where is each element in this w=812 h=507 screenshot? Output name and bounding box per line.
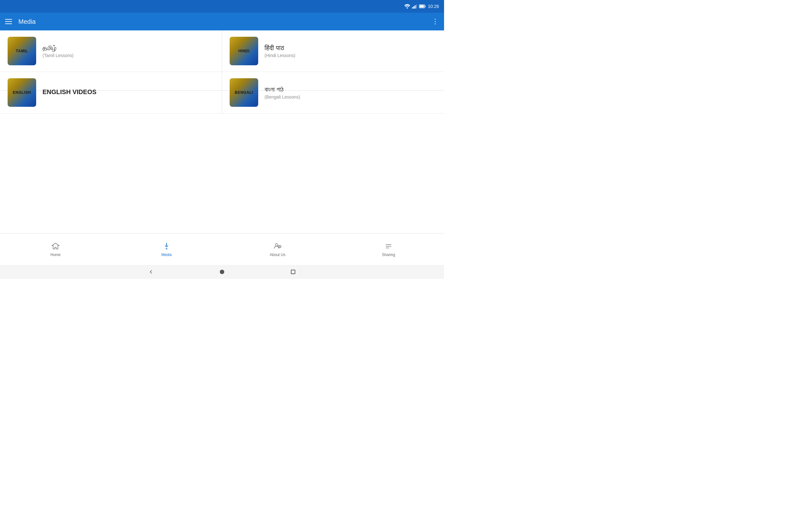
hindi-title: हिंदी पाठ	[264, 44, 295, 52]
tamil-subtitle: (Tamil Lessons)	[43, 53, 73, 58]
media-grid: TAMIL தமிழ் (Tamil Lessons) HINDI हिंदी …	[0, 31, 444, 91]
bottom-navigation: Home Media About	[0, 233, 444, 265]
svg-rect-1	[412, 7, 413, 9]
app-bar: Media ⋮	[0, 13, 444, 31]
status-icons: 10:26	[404, 4, 439, 9]
bengali-title: বাংলা পাঠ	[264, 86, 300, 93]
app-title: Media	[18, 18, 36, 25]
home-icon	[51, 242, 60, 250]
bengali-subtitle: (Bengali Lessons)	[264, 95, 300, 100]
svg-rect-6	[425, 6, 425, 7]
bengali-thumbnail: BENGALI	[230, 78, 258, 107]
hindi-thumbnail: HINDI	[230, 37, 258, 65]
tamil-title: தமிழ்	[43, 44, 73, 52]
bengali-text: বাংলা পাঠ (Bengali Lessons)	[264, 86, 300, 100]
hamburger-menu[interactable]	[5, 19, 12, 24]
english-text: ENGLISH VIDEOS	[43, 89, 96, 97]
svg-rect-7	[419, 5, 424, 8]
tamil-thumbnail: TAMIL	[8, 37, 36, 65]
home-nav-label: Home	[50, 252, 61, 257]
signal-icon	[412, 4, 417, 9]
svg-rect-2	[413, 6, 414, 9]
wifi-icon	[404, 4, 410, 9]
battery-icon	[419, 4, 426, 8]
about-us-icon	[273, 242, 282, 250]
tamil-text: தமிழ் (Tamil Lessons)	[43, 44, 73, 58]
svg-point-11	[275, 243, 278, 246]
clock: 10:26	[428, 4, 439, 9]
hindi-text: हिंदी पाठ (Hindi Lessons)	[264, 44, 295, 58]
back-button[interactable]	[147, 268, 155, 276]
nav-item-about-us[interactable]: About Us	[222, 239, 333, 260]
english-thumbnail: ENGLISH	[8, 78, 36, 107]
home-button[interactable]	[218, 268, 226, 276]
nav-item-media[interactable]: Media	[111, 239, 222, 260]
system-nav-bar	[0, 265, 444, 279]
english-title: ENGLISH VIDEOS	[43, 89, 96, 96]
svg-rect-8	[166, 243, 167, 246]
media-item-english[interactable]: ENGLISH ENGLISH VIDEOS	[0, 72, 222, 113]
svg-rect-4	[416, 4, 417, 9]
recents-button[interactable]	[289, 268, 297, 276]
about-us-nav-label: About Us	[270, 252, 285, 257]
svg-rect-3	[415, 5, 415, 9]
english-thumbnail-label: ENGLISH	[13, 90, 31, 95]
nav-item-sharing[interactable]: Sharing	[333, 239, 444, 260]
media-item-hindi[interactable]: HINDI हिंदी पाठ (Hindi Lessons)	[222, 31, 444, 72]
sharing-nav-label: Sharing	[382, 252, 395, 257]
bengali-thumbnail-label: BENGALI	[235, 90, 253, 95]
hindi-subtitle: (Hindi Lessons)	[264, 53, 295, 58]
media-nav-label: Media	[161, 252, 172, 257]
tamil-thumbnail-label: TAMIL	[16, 49, 28, 53]
media-item-bengali[interactable]: BENGALI বাংলা পাঠ (Bengali Lessons)	[222, 72, 444, 113]
nav-item-home[interactable]: Home	[0, 239, 111, 260]
more-options-button[interactable]: ⋮	[432, 17, 439, 26]
hindi-thumbnail-label: HINDI	[238, 49, 249, 53]
status-bar: 10:26	[0, 0, 444, 13]
media-item-tamil[interactable]: TAMIL தமிழ் (Tamil Lessons)	[0, 31, 222, 72]
media-icon	[162, 242, 171, 250]
svg-point-0	[407, 7, 408, 9]
sharing-icon	[384, 242, 393, 250]
